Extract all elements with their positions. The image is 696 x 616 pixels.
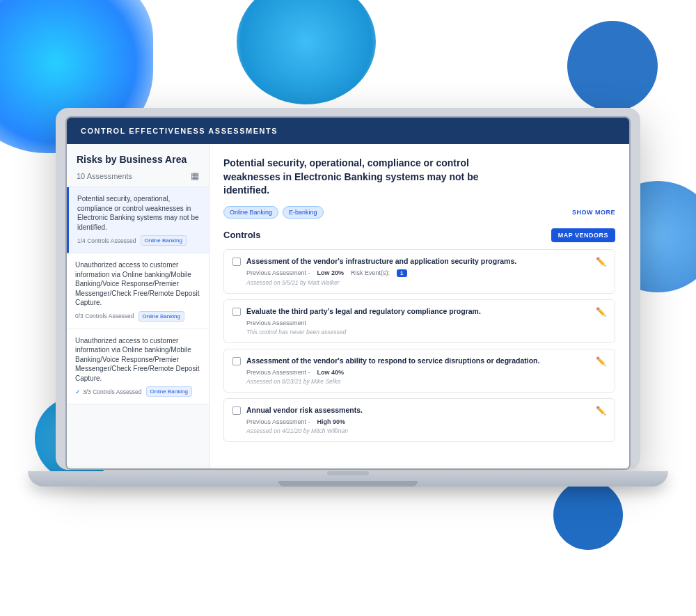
sidebar-item-1[interactable]: Potential security, operational, complia… (67, 187, 209, 253)
control-2-edit-icon[interactable]: ✏️ (596, 307, 606, 317)
control-item-1-header: Assessment of the vendor's infrastructur… (232, 257, 606, 267)
sidebar-item-1-meta: 1/4 Controls Assessed Online Banking (77, 235, 200, 246)
control-3-edit-icon[interactable]: ✏️ (596, 356, 606, 366)
sidebar-item-3-text: Unauthorized access to customer informat… (75, 336, 200, 384)
app-header-title: CONTROL EFFECTIVENESS ASSESSMENTS (81, 127, 278, 135)
risk-title: Potential security, operational, complia… (223, 157, 516, 198)
check-icon: ✓ (75, 388, 81, 395)
control-3-sub-row: Previous Assessment - Low 40% (232, 369, 606, 376)
control-1-date: Assessed on 5/5/21 by Matt Walker (232, 279, 606, 286)
control-item-4: Annual vendor risk assessments. ✏️ Previ… (223, 398, 615, 442)
control-4-sub-row: Previous Assessment - High 90% (232, 418, 606, 425)
control-2-sub-row: Previous Assessment (232, 319, 606, 326)
sidebar-item-3-controls: ✓ 3/3 Controls Assessed (75, 388, 142, 395)
bg-blob-top-right (567, 21, 658, 111)
sidebar: Risks by Business Area 10 Assessments ▦ … (67, 144, 209, 468)
control-4-edit-icon[interactable]: ✏️ (596, 406, 606, 416)
control-1-edit-icon[interactable]: ✏️ (596, 257, 606, 267)
control-2-title: Evaluate the third party's legal and reg… (246, 307, 590, 317)
sidebar-item-1-text: Potential security, operational, complia… (77, 194, 200, 232)
laptop-frame: CONTROL EFFECTIVENESS ASSESSMENTS Risks … (56, 108, 640, 470)
sidebar-count-row: 10 Assessments ▦ (77, 171, 199, 181)
laptop-base (28, 471, 668, 487)
control-3-title: Assessment of the vendor's ability to re… (246, 356, 590, 366)
control-3-checkbox[interactable] (232, 357, 241, 365)
control-1-checkbox[interactable] (232, 258, 241, 266)
control-item-2-header: Evaluate the third party's legal and reg… (232, 307, 606, 317)
control-4-assessment-value: High 90% (317, 418, 346, 425)
control-1-assessment-value: Low 20% (317, 269, 345, 276)
control-4-checkbox[interactable] (232, 406, 241, 415)
sidebar-item-2-text: Unauthorized access to customer informat… (75, 260, 200, 308)
control-item-3: Assessment of the vendor's ability to re… (223, 349, 615, 393)
sidebar-item-2-controls: 0/3 Controls Assessed (75, 313, 134, 319)
control-2-never-assessed: This control has never been assessed (232, 329, 606, 335)
sidebar-item-3[interactable]: Unauthorized access to customer informat… (67, 329, 209, 405)
sidebar-count: 10 Assessments (77, 172, 132, 180)
sidebar-item-3-meta: ✓ 3/3 Controls Assessed Online Banking (75, 386, 200, 397)
sidebar-item-2-tag: Online Banking (139, 311, 184, 322)
filter-icon[interactable]: ▦ (191, 171, 199, 181)
sidebar-header: Risks by Business Area 10 Assessments ▦ (67, 144, 209, 187)
control-4-date: Assessed on 4/21/20 by Mitch Willman (232, 427, 606, 434)
control-2-checkbox[interactable] (232, 308, 241, 316)
sidebar-title: Risks by Business Area (77, 154, 199, 165)
map-vendors-button[interactable]: MAP VENDORS (551, 228, 615, 242)
controls-label: Controls (223, 230, 260, 240)
controls-header: Controls MAP VENDORS (223, 228, 615, 242)
control-item-4-header: Annual vendor risk assessments. ✏️ (232, 406, 606, 416)
control-item-1: Assessment of the vendor's infrastructur… (223, 249, 615, 294)
control-2-assessment-label: Previous Assessment (246, 319, 306, 326)
laptop-screen: CONTROL EFFECTIVENESS ASSESSMENTS Risks … (65, 116, 631, 470)
control-1-risk-event-badge: 1 (397, 269, 406, 277)
control-item-2: Evaluate the third party's legal and reg… (223, 299, 615, 343)
control-3-assessment-label: Previous Assessment - (246, 369, 310, 376)
bg-blob-top-center (237, 0, 376, 104)
control-1-sub-row: Previous Assessment - Low 20% Risk Event… (232, 269, 606, 277)
laptop-notch (327, 471, 369, 475)
show-more-link[interactable]: SHOW MORE (572, 209, 615, 216)
tag-ebanking: E-banking (283, 206, 324, 219)
sidebar-item-3-tag: Online Banking (146, 386, 192, 397)
control-3-assessment-value: Low 40% (317, 369, 345, 376)
control-4-assessment-label: Previous Assessment - (246, 418, 310, 425)
control-4-title: Annual vendor risk assessments. (246, 406, 590, 416)
sidebar-item-2-meta: 0/3 Controls Assessed Online Banking (75, 311, 200, 322)
control-1-assessment-label: Previous Assessment - (246, 269, 310, 276)
app-header: CONTROL EFFECTIVENESS ASSESSMENTS (67, 118, 629, 144)
sidebar-item-2[interactable]: Unauthorized access to customer informat… (67, 253, 209, 329)
tags-row: Online Banking E-banking SHOW MORE (223, 206, 615, 219)
control-item-3-header: Assessment of the vendor's ability to re… (232, 356, 606, 366)
main-content: Potential security, operational, complia… (209, 144, 629, 468)
control-1-title: Assessment of the vendor's infrastructur… (246, 257, 590, 267)
sidebar-item-1-controls: 1/4 Controls Assessed (77, 237, 136, 244)
risk-events-label: Risk Event(s): (351, 269, 390, 276)
tag-online-banking: Online Banking (223, 206, 278, 219)
control-3-date: Assessed on 8/23/21 by Mike Sefka (232, 378, 606, 385)
sidebar-item-1-tag: Online Banking (141, 235, 187, 246)
app-body: Risks by Business Area 10 Assessments ▦ … (67, 144, 629, 468)
laptop-wrapper: CONTROL EFFECTIVENESS ASSESSMENTS Risks … (56, 108, 640, 505)
